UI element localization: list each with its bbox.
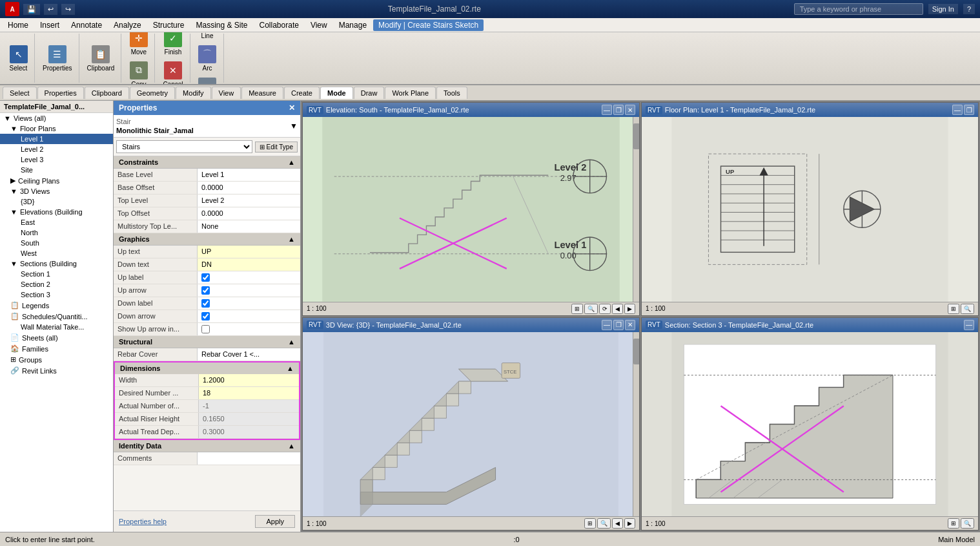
3d-next[interactable]: ▶ — [624, 518, 635, 529]
tree-families[interactable]: 🏠 Families — [0, 343, 113, 354]
tree-views-all[interactable]: ▼ Views (all) — [0, 113, 113, 123]
tree-section-3[interactable]: Section 3 — [0, 289, 113, 300]
ribbon-btn-finish[interactable]: ✓ Finish — [161, 32, 185, 58]
help-button[interactable]: ? — [963, 4, 975, 14]
tab-measure[interactable]: Measure — [241, 87, 283, 99]
tree-level-3[interactable]: Level 3 — [0, 154, 113, 165]
sign-in-button[interactable]: Sign In — [928, 4, 958, 14]
viewport-elevation-minimize-button[interactable]: — — [602, 105, 612, 115]
prop-type-dropdown[interactable]: Stairs — [116, 140, 252, 153]
tree-schedules[interactable]: 📋 Schedules/Quantiti... — [0, 311, 113, 322]
tab-mode[interactable]: Mode — [320, 87, 353, 99]
elev-next[interactable]: ▶ — [624, 304, 635, 314]
tab-view[interactable]: View — [212, 87, 241, 99]
tree-level-2[interactable]: Level 2 — [0, 144, 113, 154]
elevation-scrollbar-v[interactable] — [633, 117, 639, 302]
menu-manage[interactable]: Manage — [334, 19, 372, 31]
elev-tool-3[interactable]: ⟳ — [599, 304, 611, 314]
tree-sheets[interactable]: 📄 Sheets (all) — [0, 332, 113, 343]
edit-type-button[interactable]: ⊞ Edit Type — [255, 142, 298, 152]
viewport-fp-restore-button[interactable]: ❐ — [964, 105, 974, 115]
ribbon-btn-properties[interactable]: ☰ Properties — [40, 43, 75, 74]
viewport-floor-plan-canvas[interactable]: UP — [642, 117, 978, 302]
viewport-fp-minimize-button[interactable]: — — [952, 105, 963, 115]
dimensions-section-header[interactable]: Dimensions ▲ — [114, 361, 300, 374]
fp-tool-2[interactable]: 🔍 — [961, 304, 974, 314]
3d-tool-1[interactable]: ⊞ — [584, 518, 596, 529]
show-up-arrow-checkbox[interactable] — [201, 325, 210, 333]
viewport-elevation-close-button[interactable]: ✕ — [625, 105, 635, 115]
viewport-elevation-south-canvas[interactable]: Level 2 2.97 Level 1 0.00 — [303, 117, 639, 302]
structural-section-header[interactable]: Structural ▲ — [114, 336, 300, 348]
tree-groups[interactable]: ⊞ Groups — [0, 354, 113, 365]
viewport-section-3-canvas[interactable] — [642, 332, 978, 517]
tab-clipboard[interactable]: Clipboard — [85, 87, 129, 99]
viewport-3d-close-button[interactable]: ✕ — [625, 320, 635, 330]
3d-prev[interactable]: ◀ — [612, 518, 623, 529]
quick-access-undo[interactable]: ↩ — [44, 4, 57, 15]
menu-collaborate[interactable]: Collaborate — [254, 19, 304, 31]
elev-tool-2[interactable]: 🔍 — [584, 304, 598, 314]
down-label-checkbox[interactable] — [201, 299, 210, 308]
menu-home[interactable]: Home — [3, 19, 34, 31]
tree-ceiling-plans[interactable]: ▶ Ceiling Plans — [0, 175, 113, 186]
3d-tool-2[interactable]: 🔍 — [597, 518, 611, 529]
tree-section-2[interactable]: Section 2 — [0, 279, 113, 289]
tab-geometry[interactable]: Geometry — [130, 87, 175, 99]
properties-help-link[interactable]: Properties help — [119, 518, 167, 525]
up-arrow-checkbox[interactable] — [201, 286, 210, 295]
threed-scrollbar-v[interactable] — [633, 332, 639, 517]
viewport-sect-minimize-button[interactable]: — — [964, 320, 974, 330]
viewport-3d-minimize-button[interactable]: — — [602, 320, 612, 330]
graphics-section-header[interactable]: Graphics ▲ — [114, 233, 300, 246]
down-arrow-checkbox[interactable] — [201, 312, 210, 320]
quick-access-save[interactable]: 💾 — [23, 4, 40, 15]
tab-select[interactable]: Select — [3, 87, 37, 99]
sect-tool-1[interactable]: ⊞ — [948, 518, 959, 529]
properties-close-button[interactable]: ✕ — [289, 103, 295, 112]
tree-south[interactable]: South — [0, 238, 113, 248]
keyword-search-input[interactable] — [794, 3, 923, 15]
tree-revit-links[interactable]: 🔗 Revit Links — [0, 365, 113, 376]
tree-elevations[interactable]: ▼ Elevations (Building — [0, 207, 113, 217]
elev-prev[interactable]: ◀ — [612, 304, 623, 314]
menu-modify-create-stairs[interactable]: Modify | Create Stairs Sketch — [373, 19, 484, 31]
viewport-elevation-restore-button[interactable]: ❐ — [613, 105, 624, 115]
tab-create[interactable]: Create — [284, 87, 320, 99]
identity-section-header[interactable]: Identity Data ▲ — [114, 440, 300, 452]
elev-tool-1[interactable]: ⊞ — [571, 304, 583, 314]
menu-analyze[interactable]: Analyze — [108, 19, 147, 31]
viewport-3d-restore-button[interactable]: ❐ — [613, 320, 624, 330]
fp-tool-1[interactable]: ⊞ — [948, 304, 959, 314]
constraints-section-header[interactable]: Constraints ▲ — [114, 156, 300, 169]
ribbon-btn-cancel[interactable]: ✕ Cancel — [160, 59, 185, 86]
tab-properties[interactable]: Properties — [37, 87, 84, 99]
tree-floor-plans[interactable]: ▼ Floor Plans — [0, 123, 113, 134]
ribbon-btn-clipboard[interactable]: 📋 Clipboard — [85, 43, 117, 74]
sect-tool-2[interactable]: 🔍 — [961, 518, 974, 529]
quick-access-redo[interactable]: ↪ — [61, 4, 75, 15]
menu-insert[interactable]: Insert — [35, 19, 65, 31]
tree-site[interactable]: Site — [0, 165, 113, 175]
prop-type-expand-icon[interactable]: ▼ — [290, 121, 298, 131]
tree-west[interactable]: West — [0, 248, 113, 258]
tree-sections[interactable]: ▼ Sections (Building — [0, 258, 113, 269]
tab-tools[interactable]: Tools — [436, 87, 467, 99]
tree-section-1[interactable]: Section 1 — [0, 269, 113, 279]
tree-3d[interactable]: {3D} — [0, 196, 113, 207]
tab-modify[interactable]: Modify — [176, 87, 210, 99]
viewport-3d-canvas[interactable]: STCE — [303, 332, 639, 517]
ribbon-btn-select[interactable]: ↖ Select — [7, 43, 30, 74]
menu-massing[interactable]: Massing & Site — [190, 19, 252, 31]
ribbon-btn-move[interactable]: ✛ Move — [127, 32, 150, 58]
menu-structure[interactable]: Structure — [148, 19, 190, 31]
ribbon-btn-line[interactable]: ╱ Line — [196, 32, 219, 41]
ribbon-btn-copy[interactable]: ⧉ Copy — [127, 59, 150, 86]
tab-workplane[interactable]: Work Plane — [385, 87, 436, 99]
apply-button[interactable]: Apply — [255, 515, 295, 528]
tree-legends[interactable]: 📋 Legends — [0, 300, 113, 311]
up-label-checkbox[interactable] — [201, 273, 210, 282]
tree-3d-views[interactable]: ▼ 3D Views — [0, 186, 113, 196]
menu-annotate[interactable]: Annotate — [66, 19, 107, 31]
tree-wall-material[interactable]: Wall Material Take... — [0, 322, 113, 332]
